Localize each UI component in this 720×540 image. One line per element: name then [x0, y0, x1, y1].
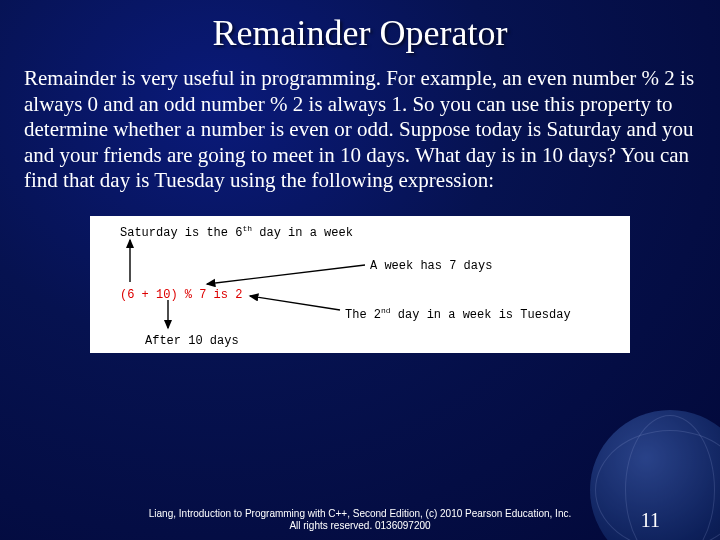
remainder-diagram: Saturday is the 6th day in a week A week… [90, 216, 630, 353]
footer-credit: Liang, Introduction to Programming with … [0, 508, 720, 532]
slide-title: Remainder Operator [0, 0, 720, 54]
body-paragraph: Remainder is very useful in programming.… [0, 54, 720, 194]
svg-line-2 [207, 265, 365, 284]
footer-line2: All rights reserved. 0136097200 [0, 520, 720, 532]
page-number: 11 [641, 509, 660, 532]
svg-line-3 [250, 296, 340, 310]
diagram-arrows [90, 216, 630, 353]
footer-line1: Liang, Introduction to Programming with … [0, 508, 720, 520]
